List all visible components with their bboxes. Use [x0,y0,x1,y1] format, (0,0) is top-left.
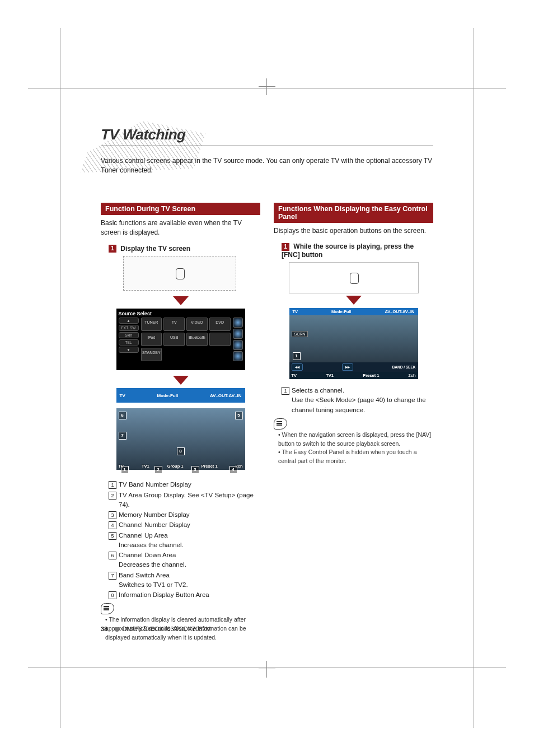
source-cell: Bluetooth [186,333,208,346]
keytext: Channel Up Area [119,532,168,539]
section-body-left: Basic functions are available even when … [101,218,260,238]
osd-seek: BAND / SEEK [392,365,416,369]
keysub: Increases the channel. [119,542,184,548]
right-column: Functions When Displaying the Easy Contr… [274,203,433,642]
keytext: Channel Down Area [119,552,176,558]
left-column: Function During TV Screen Basic function… [101,203,260,642]
keynum: 1 [282,387,289,395]
osd-mode: Mode:Full [157,393,178,398]
source-cell: STANDBY [141,348,162,361]
bullet-icon [115,627,119,632]
sidebar-pill: TEL [119,339,139,346]
callout-6: 6 [119,412,127,419]
keytext: Selects a channel. [292,387,344,394]
trim-mark [474,28,474,728]
keynum: 3 [109,511,116,519]
right-notes: When the navigation screen is displayed,… [274,431,433,466]
side-icon [233,318,243,328]
down-arrow-icon [346,296,362,305]
callout-7: 7 [119,432,127,440]
crop-cross-icon [259,78,275,95]
sidebar-pill: ▼ [119,347,139,353]
step-number-badge: 1 [282,243,289,251]
easy-control-panel-screenshot: TV Mode:Full AV–OUT:AV–IN SCRN 1 ◂◂ ▸▸ B… [289,308,418,379]
keynum: 2 [109,492,116,500]
section-head-right: Functions When Displaying the Easy Contr… [274,203,433,223]
page-title: TV Watching [100,126,186,143]
side-icon [233,340,243,350]
scrn-button: SCRN [292,331,308,337]
source-cell: VIDEO [186,318,208,331]
callout-8: 8 [177,447,185,455]
sidebar-pill: ▲ [119,318,139,324]
finger-tap-icon [350,273,359,284]
osd-tv1: TV1 [326,373,334,378]
down-arrow-icon [173,296,189,305]
side-icon [233,329,243,339]
osd-mode: Mode:Full [331,309,351,314]
sidebar-pill: Skin [119,332,139,338]
source-cell: TV [163,318,185,331]
keynum: 4 [109,521,116,529]
keytext: Band Switch Area [119,572,170,578]
step-label: Display the TV screen [120,245,190,253]
osd-avout: AV–OUT:AV–IN [210,393,242,398]
keynum: 7 [109,572,116,580]
note-icon [274,418,287,430]
callout-1: 1 [293,352,301,360]
page-footer: 38 DNX7320/DDX7032/DDX7032M [101,626,211,632]
keytext: Information Display Button Area [119,591,209,598]
osd-group: Group 1 [167,464,184,469]
keynum: 8 [109,591,116,599]
osd-tv1: TV1 [142,464,149,469]
tv-osd-header: TV Mode:Full AV–OUT:AV–IN [116,388,245,403]
model-string: DNX7320/DDX7032/DDX7032M [122,626,210,632]
step-display-tv: 1 Display the TV screen [109,245,260,253]
prev-button: ◂◂ [292,363,303,371]
keynum: 6 [109,552,116,559]
callout-4: 4 [229,466,237,474]
osd-preset: Preset 1 [201,464,217,469]
osd-avout: AV–OUT:AV–IN [385,309,414,314]
note-text: When the navigation screen is displayed,… [278,431,433,449]
keysub: Use the <Seek Mode> (page 40) to change … [292,396,426,413]
step-press-fnc: 1 While the source is playing, press the… [282,242,433,259]
title-underline [101,146,433,146]
keytext: TV Area Group Display. See <TV Setup> (p… [119,492,254,508]
sidebar-pill: EXT. SW [119,325,139,331]
source-cell: TUNER [141,318,162,331]
intro-text: Various control screens appear in the TV… [101,156,433,176]
faceplate-sketch [123,256,236,291]
keytext: Channel Number Display [119,521,190,528]
source-cell [209,333,231,346]
callout-1: 1 [121,466,129,474]
trim-mark [60,28,60,728]
osd-ch: 2ch [409,373,416,378]
keytext: TV Band Number Display [119,481,191,488]
source-cell: DVD [209,318,231,331]
right-keylist: 1Selects a channel.Use the <Seek Mode> (… [274,386,433,415]
osd-preset: Preset 1 [363,373,379,378]
step-number-badge: 1 [109,245,116,253]
page-number: 38 [101,626,107,632]
source-cell: USB [163,333,185,346]
keynum: 1 [109,481,116,489]
crop-cross-icon [259,661,275,678]
keynum: 5 [109,532,116,540]
section-head-left: Function During TV Screen [101,203,260,215]
left-keylist: 1TV Band Number Display 2TV Area Group D… [101,480,260,600]
callout-5: 5 [235,412,243,419]
keysub: Switches to TV1 or TV2. [119,581,188,588]
keytext: Memory Number Display [119,511,190,518]
source-select-screenshot: Source Select ▲ EXT. SW Skin TEL ▼ TUNER [116,309,245,370]
finger-tap-icon [176,268,185,279]
callout-2: 2 [154,466,162,474]
keysub: Decreases the channel. [119,561,186,568]
tv-screenshot: 6 7 5 8 TV TV1 Group 1 Preset 1 2ch 1 2 … [116,408,245,470]
manual-page: TV Watching Various control screens appe… [0,0,534,756]
side-icon [233,351,243,361]
note-icon [101,603,114,614]
source-cell: iPod [141,333,162,346]
osd-tv: TV [292,373,297,378]
note-text: The Easy Control Panel is hidden when yo… [278,448,433,466]
